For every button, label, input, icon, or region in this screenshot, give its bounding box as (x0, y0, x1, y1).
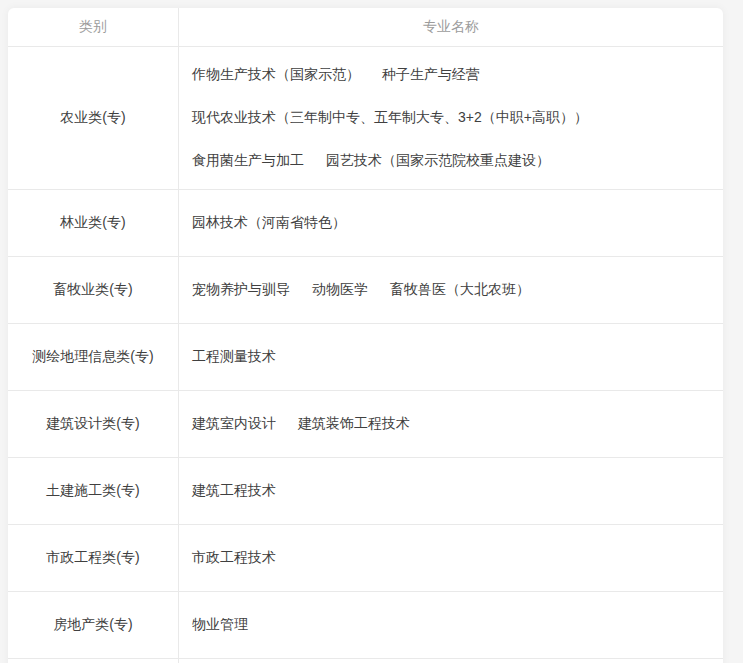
category-cell: 建筑设计类(专) (8, 391, 179, 457)
major-name: 物业管理 (192, 616, 248, 634)
major-name: 建筑室内设计 (192, 415, 276, 433)
majors-cell: 物业管理 (179, 592, 723, 658)
table-row: 建筑设计类(专) 建筑室内设计建筑装饰工程技术 (8, 391, 723, 458)
table-row: 市政工程类(专) 市政工程技术 (8, 525, 723, 592)
major-name: 种子生产与经营 (382, 66, 480, 84)
category-cell: 房地产类(专) (8, 592, 179, 658)
major-name: 工程测量技术 (192, 348, 276, 366)
table-body: 农业类(专) 作物生产技术（国家示范）种子生产与经营现代农业技术（三年制中专、五… (8, 47, 723, 659)
column-header-category: 类别 (8, 8, 179, 46)
majors-cell: 园林技术（河南省特色） (179, 190, 723, 256)
major-name: 畜牧兽医（大北农班） (390, 281, 530, 299)
major-line: 宠物养护与驯导动物医学畜牧兽医（大北农班） (192, 269, 723, 312)
major-name: 建筑装饰工程技术 (298, 415, 410, 433)
category-cell: 农业类(专) (8, 47, 179, 189)
table-row-partial (8, 659, 723, 663)
majors-table-card: 类别 专业名称 农业类(专) 作物生产技术（国家示范）种子生产与经营现代农业技术… (8, 8, 723, 663)
major-line: 工程测量技术 (192, 336, 723, 379)
major-line: 作物生产技术（国家示范）种子生产与经营 (192, 54, 723, 97)
category-cell: 土建施工类(专) (8, 458, 179, 524)
table-row: 测绘地理信息类(专) 工程测量技术 (8, 324, 723, 391)
table-header-row: 类别 专业名称 (8, 8, 723, 47)
category-cell: 林业类(专) (8, 190, 179, 256)
majors-cell: 建筑工程技术 (179, 458, 723, 524)
major-line: 市政工程技术 (192, 537, 723, 580)
major-line: 园林技术（河南省特色） (192, 202, 723, 245)
major-name: 作物生产技术（国家示范） (192, 66, 360, 84)
major-line: 食用菌生产与加工园艺技术（国家示范院校重点建设） (192, 140, 723, 183)
table-row: 农业类(专) 作物生产技术（国家示范）种子生产与经营现代农业技术（三年制中专、五… (8, 47, 723, 190)
table-row: 畜牧业类(专) 宠物养护与驯导动物医学畜牧兽医（大北农班） (8, 257, 723, 324)
majors-cell (179, 659, 723, 663)
category-cell (8, 659, 179, 663)
major-name: 市政工程技术 (192, 549, 276, 567)
major-line: 建筑工程技术 (192, 470, 723, 513)
table-row: 土建施工类(专) 建筑工程技术 (8, 458, 723, 525)
major-name: 现代农业技术（三年制中专、五年制大专、3+2（中职+高职）） (192, 109, 588, 127)
major-name: 建筑工程技术 (192, 482, 276, 500)
major-name: 食用菌生产与加工 (192, 152, 304, 170)
major-name: 园艺技术（国家示范院校重点建设） (326, 152, 550, 170)
majors-cell: 宠物养护与驯导动物医学畜牧兽医（大北农班） (179, 257, 723, 323)
major-name: 园林技术（河南省特色） (192, 214, 346, 232)
category-cell: 畜牧业类(专) (8, 257, 179, 323)
category-cell: 测绘地理信息类(专) (8, 324, 179, 390)
majors-cell: 市政工程技术 (179, 525, 723, 591)
major-line: 建筑室内设计建筑装饰工程技术 (192, 403, 723, 446)
table-row: 林业类(专) 园林技术（河南省特色） (8, 190, 723, 257)
majors-cell: 工程测量技术 (179, 324, 723, 390)
category-cell: 市政工程类(专) (8, 525, 179, 591)
majors-cell: 建筑室内设计建筑装饰工程技术 (179, 391, 723, 457)
column-header-major-name: 专业名称 (179, 8, 723, 46)
major-line: 现代农业技术（三年制中专、五年制大专、3+2（中职+高职）） (192, 97, 723, 140)
major-name: 宠物养护与驯导 (192, 281, 290, 299)
majors-cell: 作物生产技术（国家示范）种子生产与经营现代农业技术（三年制中专、五年制大专、3+… (179, 47, 723, 189)
table-row: 房地产类(专) 物业管理 (8, 592, 723, 659)
major-line: 物业管理 (192, 604, 723, 647)
major-name: 动物医学 (312, 281, 368, 299)
